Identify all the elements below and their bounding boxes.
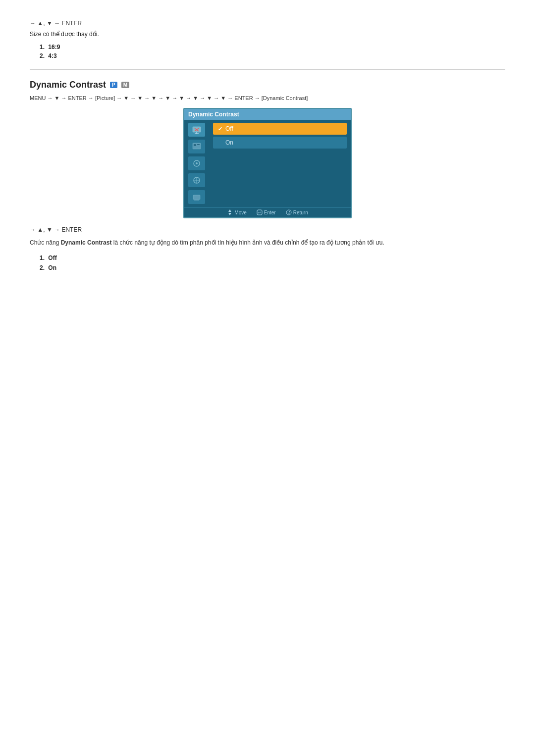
badge-p: P <box>110 82 117 88</box>
section-divider <box>30 69 505 70</box>
tv-menu-screenshot: Dynamic Contrast <box>183 108 352 218</box>
list-item-value: Off <box>48 254 56 261</box>
description-text: Chức năng Dynamic Contrast là chức năng … <box>30 238 505 248</box>
list-item: 2. On <box>40 264 505 271</box>
description-rest: là chức năng tự động dò tìm phân phối tí… <box>113 239 384 246</box>
tv-sidebar-icon-4 <box>188 173 205 187</box>
tv-sidebar-icon-5 <box>188 190 205 204</box>
list-item-num: 1. <box>40 44 45 50</box>
list-item-num: 2. <box>40 52 45 59</box>
tv-footer-return: ↺ Return <box>286 209 308 215</box>
svg-rect-13 <box>193 195 200 200</box>
list-item-num: 2. <box>40 264 45 271</box>
top-navigation-text: → ▲, ▼ → ENTER <box>30 20 505 27</box>
list-item-value: 16:9 <box>48 44 60 50</box>
options-list: 1. Off 2. On <box>30 254 505 271</box>
list-item-value: On <box>48 264 56 271</box>
tv-sidebar-icon-1 <box>188 123 205 137</box>
svg-rect-6 <box>194 144 196 146</box>
tv-options-panel: ✔ Off ✔ On <box>209 120 351 207</box>
tv-option-on: ✔ On <box>213 137 347 149</box>
svg-point-9 <box>196 162 198 164</box>
section-title-container: Dynamic Contrast P M <box>30 80 505 90</box>
tv-sidebar <box>184 120 209 207</box>
list-item: 1. Off <box>40 254 505 261</box>
svg-rect-14 <box>194 200 199 201</box>
tv-footer-enter-label: Enter <box>264 210 276 215</box>
description-bold: Dynamic Contrast <box>61 239 112 246</box>
svg-marker-16 <box>228 213 231 215</box>
list-item-value: 4:3 <box>48 52 56 59</box>
tv-sidebar-icon-3 <box>188 156 205 170</box>
menu-path-text: MENU → ▼ → ENTER → [Picture] → ▼ → ▼ → ▼… <box>30 95 505 101</box>
tv-option-label-on: On <box>225 139 233 146</box>
size-note-text: Size có thể được thay đổi. <box>30 31 505 38</box>
svg-text:↵: ↵ <box>258 211 261 214</box>
tv-sidebar-icon-2 <box>188 140 205 153</box>
list-item-num: 1. <box>40 254 45 261</box>
bottom-navigation-text: → ▲, ▼ → ENTER <box>30 226 505 233</box>
list-item: 1. 16:9 <box>40 44 505 50</box>
svg-rect-5 <box>193 143 201 149</box>
size-list: 1. 16:9 2. 4:3 <box>30 44 505 59</box>
svg-marker-15 <box>228 209 231 212</box>
tv-menu-body: ✔ Off ✔ On <box>184 120 351 207</box>
list-item: 2. 4:3 <box>40 52 505 59</box>
svg-text:↺: ↺ <box>287 210 290 215</box>
svg-rect-7 <box>197 144 200 145</box>
section-title-text: Dynamic Contrast <box>30 80 106 90</box>
tv-footer-return-label: Return <box>293 210 308 215</box>
tv-menu-header: Dynamic Contrast <box>184 109 351 120</box>
tv-footer-move: Move <box>227 209 246 215</box>
badge-m: M <box>121 82 129 88</box>
tv-option-label-off: Off <box>225 125 233 132</box>
tv-footer-move-label: Move <box>234 210 246 215</box>
tv-footer-enter: ↵ Enter <box>257 209 276 215</box>
check-icon: ✔ <box>218 126 222 132</box>
tv-footer: Move ↵ Enter ↺ Return <box>184 207 351 217</box>
tv-option-off: ✔ Off <box>213 123 347 135</box>
